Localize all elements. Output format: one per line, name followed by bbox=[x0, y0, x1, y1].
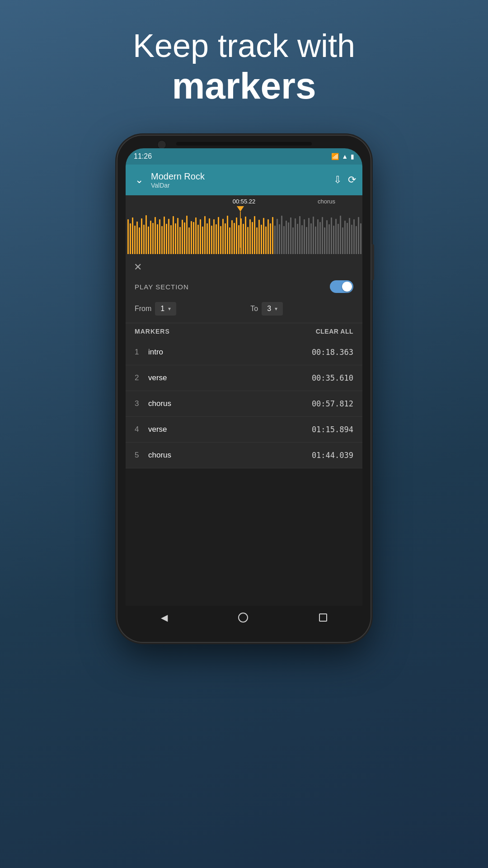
waveform-bar bbox=[186, 216, 188, 254]
markers-header: MARKERS CLEAR ALL bbox=[126, 323, 362, 340]
marker-time: 00:35.610 bbox=[312, 373, 353, 382]
marker-time: 01:15.894 bbox=[312, 425, 353, 434]
waveform-bar bbox=[175, 223, 176, 254]
status-bar: 11:26 📶 ▲ ▮ bbox=[126, 148, 362, 165]
waveform-bar bbox=[256, 227, 258, 254]
waveform-bar bbox=[168, 219, 169, 254]
waveform-bar bbox=[229, 227, 230, 254]
waveform-bar bbox=[200, 219, 201, 254]
waveform-bar bbox=[184, 222, 185, 254]
wifi-icon: 📶 bbox=[331, 153, 339, 160]
waveform-bar bbox=[247, 227, 249, 254]
marker-row[interactable]: 2verse00:35.610 bbox=[126, 365, 362, 391]
marker-row[interactable]: 3chorus00:57.812 bbox=[126, 391, 362, 417]
phone-mockup: 11:26 📶 ▲ ▮ ⌄ Modern Rock ValDar ⇩ ⟳ bbox=[117, 136, 371, 642]
waveform-bar bbox=[170, 225, 172, 254]
back-button[interactable]: ◀ bbox=[161, 612, 168, 623]
waveform-bar bbox=[222, 219, 224, 254]
waveform-bar bbox=[356, 226, 357, 254]
marker-number: 4 bbox=[135, 425, 148, 434]
marker-row[interactable]: 5chorus01:44.039 bbox=[126, 443, 362, 468]
front-camera bbox=[157, 140, 166, 149]
waveform-bar bbox=[234, 223, 235, 254]
waveform-bar bbox=[283, 226, 285, 254]
waveform-bar bbox=[306, 227, 307, 254]
waveform-bar bbox=[130, 223, 131, 254]
chevron-down-icon[interactable]: ⌄ bbox=[132, 174, 146, 186]
markers-list: 1intro00:18.3632verse00:35.6103chorus00:… bbox=[126, 340, 362, 468]
signal-icon: ▲ bbox=[342, 153, 348, 160]
waveform-bar bbox=[317, 219, 319, 254]
waveform-bar bbox=[152, 223, 154, 254]
waveform-canvas[interactable] bbox=[126, 209, 362, 254]
waveform-bar bbox=[161, 226, 163, 254]
waveform-bar bbox=[274, 226, 276, 254]
waveform-bar bbox=[349, 218, 350, 254]
waveform-bar bbox=[202, 226, 203, 254]
waveform-bar bbox=[150, 221, 151, 254]
waveform-bar bbox=[360, 223, 361, 254]
phone-screen: 11:26 📶 ▲ ▮ ⌄ Modern Rock ValDar ⇩ ⟳ bbox=[126, 148, 362, 629]
waveform-bar bbox=[132, 217, 133, 254]
close-row: ✕ bbox=[126, 254, 362, 277]
waveform-bar bbox=[324, 227, 325, 254]
headline: Keep track with markers bbox=[0, 27, 488, 107]
waveform-bar bbox=[328, 224, 330, 254]
download-icon[interactable]: ⇩ bbox=[333, 174, 342, 186]
waveform-time-label: 00:55.22 bbox=[233, 198, 256, 205]
waveform-bar bbox=[193, 222, 194, 254]
waveform-bar bbox=[288, 222, 289, 254]
play-section-label: PLAY SECTION bbox=[135, 283, 189, 291]
marker-row[interactable]: 4verse01:15.894 bbox=[126, 417, 362, 443]
waveform-bar bbox=[258, 220, 260, 254]
waveform-bar bbox=[292, 227, 294, 254]
close-button[interactable]: ✕ bbox=[134, 261, 142, 273]
marker-row[interactable]: 1intro00:18.363 bbox=[126, 340, 362, 365]
waveform-bar bbox=[218, 217, 219, 254]
waveform-bar bbox=[225, 223, 226, 254]
waveform-bar bbox=[145, 215, 147, 254]
waveform-bar bbox=[231, 220, 233, 254]
waveform-bar bbox=[277, 219, 278, 254]
marker-name: verse bbox=[148, 373, 312, 382]
waveform-bar bbox=[254, 216, 255, 254]
waveform-bar bbox=[299, 216, 300, 254]
waveform-marker-label: chorus bbox=[318, 198, 335, 205]
waveform-bar bbox=[206, 223, 208, 254]
waveform-bar bbox=[157, 224, 158, 254]
marker-number: 1 bbox=[135, 348, 148, 357]
waveform-bar bbox=[333, 226, 334, 254]
waveform-bar bbox=[286, 221, 287, 254]
to-dropdown[interactable]: 3 ▾ bbox=[262, 302, 283, 316]
marker-number: 3 bbox=[135, 399, 148, 408]
speaker-grille bbox=[176, 142, 312, 146]
marker-time: 00:57.812 bbox=[312, 399, 353, 408]
waveform-bar bbox=[209, 218, 210, 254]
clear-all-button[interactable]: CLEAR ALL bbox=[316, 328, 353, 335]
waveform-bar bbox=[182, 220, 183, 254]
recents-button[interactable] bbox=[319, 613, 327, 622]
waveform-section[interactable]: 00:55.22 chorus bbox=[126, 195, 362, 254]
waveform-bar bbox=[204, 216, 206, 254]
toggle-knob bbox=[342, 282, 352, 292]
waveform-bar bbox=[188, 227, 190, 254]
waveform-bar bbox=[177, 218, 178, 254]
waveform-bar bbox=[279, 224, 280, 254]
home-button[interactable] bbox=[238, 613, 248, 623]
waveform-bar bbox=[155, 217, 156, 254]
waveform-bar bbox=[139, 227, 140, 254]
waveform-bar bbox=[240, 218, 242, 254]
marker-name: verse bbox=[148, 425, 312, 434]
waveform-bar bbox=[141, 218, 142, 254]
nav-bar: ◀ bbox=[126, 606, 362, 629]
history-icon[interactable]: ⟳ bbox=[348, 174, 356, 186]
waveform-bar bbox=[338, 224, 339, 254]
play-section-toggle[interactable] bbox=[330, 280, 353, 293]
waveform-bar bbox=[164, 217, 165, 254]
waveform-bar bbox=[272, 217, 273, 254]
status-time: 11:26 bbox=[134, 152, 152, 160]
marker-name: intro bbox=[148, 348, 312, 357]
from-value: 1 bbox=[160, 305, 164, 313]
from-dropdown[interactable]: 1 ▾ bbox=[155, 302, 176, 316]
waveform-bar bbox=[358, 217, 359, 254]
